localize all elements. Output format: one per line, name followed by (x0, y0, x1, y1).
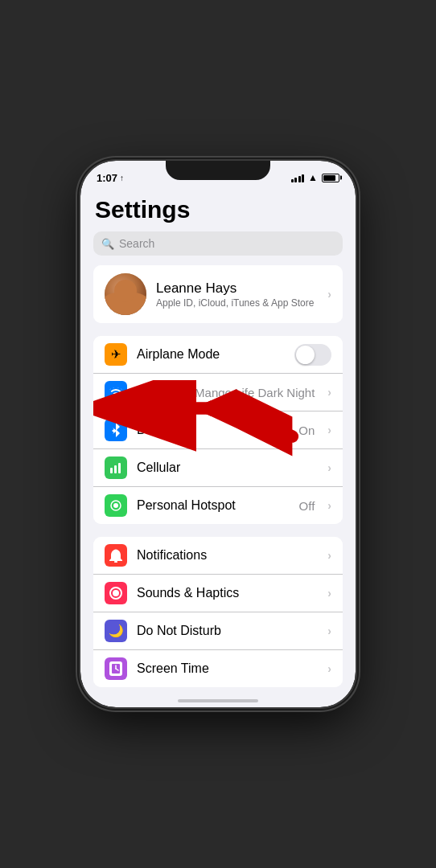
notifications-icon-box (105, 544, 127, 567)
do-not-disturb-row[interactable]: 🌙 Do Not Disturb › (93, 612, 343, 649)
airplane-mode-label: Airplane Mode (137, 347, 285, 362)
profile-name: Leanne Hays (156, 280, 318, 297)
battery-icon (322, 174, 339, 182)
status-time: 1:07 ↑ (97, 172, 124, 184)
wifi-icon-box (105, 381, 127, 403)
battery-fill (323, 175, 335, 181)
dnd-chevron-icon: › (327, 624, 331, 637)
search-bar[interactable]: 🔍 Search (93, 231, 343, 256)
bluetooth-chevron-icon: › (327, 424, 331, 436)
airplane-mode-toggle[interactable] (294, 344, 331, 366)
settings-content[interactable]: Settings 🔍 Search Leanne Hays Apple ID, … (80, 190, 356, 707)
svg-point-8 (113, 590, 119, 596)
avatar (105, 273, 146, 315)
bluetooth-label: Bluetooth (137, 423, 289, 437)
phone-frame: 1:07 ↑ ▲ Settings � (80, 161, 356, 707)
bluetooth-value: On (298, 424, 315, 437)
section-divider-2 (80, 530, 356, 537)
profile-subtitle: Apple ID, iCloud, iTunes & App Store (156, 297, 318, 309)
time-display: 1:07 (97, 172, 117, 184)
screen-time-chevron-icon: › (327, 662, 331, 675)
svg-rect-0 (110, 468, 113, 473)
hotspot-icon-box (105, 494, 127, 517)
airplane-mode-icon: ✈ (105, 343, 127, 366)
personal-hotspot-label: Personal Hotspot (137, 498, 290, 513)
notifications-section: Notifications › Sounds & Haptics › (93, 537, 343, 687)
dnd-icon-box: 🌙 (105, 620, 127, 642)
hotspot-value: Off (299, 499, 315, 513)
status-icons: ▲ (291, 172, 339, 183)
svg-rect-2 (118, 463, 121, 473)
signal-bar-1 (291, 179, 294, 182)
search-icon: 🔍 (101, 238, 114, 250)
connectivity-section: ✈ Airplane Mode Wi-Fi Mango Life Dark Ni… (93, 336, 343, 524)
sounds-haptics-label: Sounds & Haptics (137, 586, 318, 600)
svg-point-3 (113, 503, 118, 508)
signal-bar-2 (294, 178, 297, 182)
notifications-label: Notifications (137, 548, 318, 563)
wifi-label: Wi-Fi (137, 385, 185, 399)
bluetooth-row[interactable]: Bluetooth On › (93, 411, 343, 448)
signal-bar-3 (298, 176, 301, 182)
section-divider-1 (80, 330, 356, 336)
profile-row[interactable]: Leanne Hays Apple ID, iCloud, iTunes & A… (93, 265, 343, 323)
sounds-haptics-row[interactable]: Sounds & Haptics › (93, 574, 343, 612)
svg-rect-1 (114, 465, 117, 473)
profile-info: Leanne Hays Apple ID, iCloud, iTunes & A… (156, 280, 318, 309)
cellular-label: Cellular (137, 461, 318, 475)
notifications-row[interactable]: Notifications › (93, 537, 343, 574)
bluetooth-icon-box (105, 419, 127, 441)
sounds-chevron-icon: › (327, 587, 331, 600)
home-indicator (178, 699, 258, 702)
cellular-icon-box (105, 457, 127, 479)
signal-bar-4 (302, 174, 304, 182)
wifi-icon: ▲ (308, 172, 318, 183)
signal-bars-icon (291, 174, 305, 182)
profile-chevron-icon: › (327, 288, 331, 301)
wifi-value: Mango Life Dark Night (195, 386, 315, 399)
location-arrow-icon: ↑ (120, 174, 124, 182)
cellular-row[interactable]: Cellular › (93, 448, 343, 486)
wifi-chevron-icon: › (327, 386, 331, 399)
search-placeholder: Search (119, 237, 154, 250)
dnd-label: Do Not Disturb (137, 624, 318, 638)
toggle-knob (296, 346, 315, 364)
profile-section: Leanne Hays Apple ID, iCloud, iTunes & A… (93, 265, 343, 323)
screen-time-icon-box (105, 657, 127, 680)
personal-hotspot-row[interactable]: Personal Hotspot Off › (93, 486, 343, 524)
sounds-icon-box (105, 582, 127, 604)
airplane-mode-row[interactable]: ✈ Airplane Mode (93, 336, 343, 373)
screen-time-label: Screen Time (137, 661, 318, 676)
page-title: Settings (80, 190, 356, 231)
avatar-image (105, 273, 146, 315)
wifi-row[interactable]: Wi-Fi Mango Life Dark Night › (93, 373, 343, 411)
screen: 1:07 ↑ ▲ Settings � (80, 161, 356, 707)
hotspot-chevron-icon: › (327, 499, 331, 512)
cellular-chevron-icon: › (327, 461, 331, 474)
screen-time-row[interactable]: Screen Time › (93, 649, 343, 687)
notifications-chevron-icon: › (327, 549, 331, 562)
notch (166, 161, 270, 180)
